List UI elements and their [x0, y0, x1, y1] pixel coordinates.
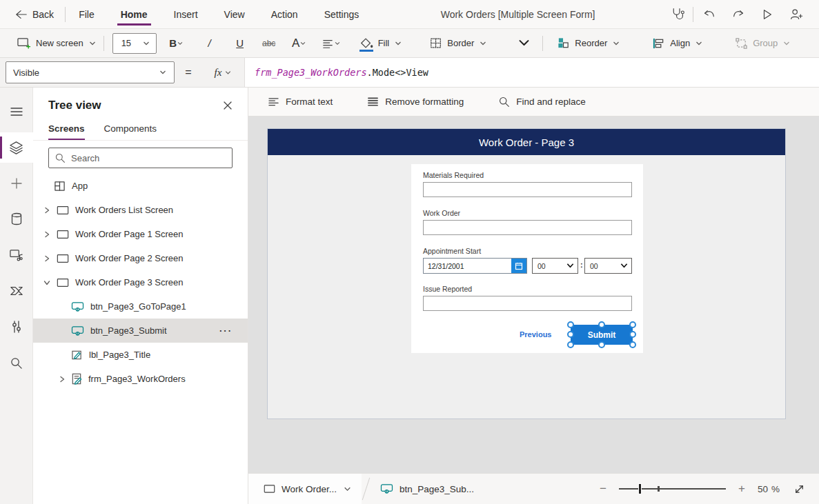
- submit-button-selection[interactable]: Submit: [571, 325, 633, 345]
- zoom-in-button[interactable]: +: [736, 482, 748, 496]
- resize-handle-s[interactable]: [598, 341, 605, 348]
- form-control-icon: [71, 373, 82, 385]
- stethoscope-icon: [670, 7, 684, 21]
- resize-handle-sw[interactable]: [567, 341, 574, 348]
- rail-advanced-tools-button[interactable]: [0, 312, 33, 342]
- tab-screens[interactable]: Screens: [48, 119, 85, 140]
- tree-item-btn-gotopage1[interactable]: btn_Page3_GoToPage1: [33, 294, 248, 319]
- work-order-input[interactable]: [423, 220, 632, 235]
- rail-search-button[interactable]: [0, 347, 33, 378]
- rail-menu-button[interactable]: [0, 97, 33, 127]
- preview-play-button[interactable]: [754, 3, 780, 26]
- menu-item-file[interactable]: File: [66, 0, 108, 28]
- format-text-button[interactable]: Format text: [259, 91, 341, 113]
- new-screen-button[interactable]: New screen: [10, 32, 103, 55]
- find-and-replace-button[interactable]: Find and replace: [490, 91, 594, 113]
- resize-handle-se[interactable]: [629, 341, 636, 348]
- zoom-out-button[interactable]: −: [597, 482, 609, 496]
- menu-item-settings[interactable]: Settings: [311, 0, 373, 28]
- minute-dropdown[interactable]: 00: [584, 258, 632, 274]
- menu-item-action[interactable]: Action: [258, 0, 311, 28]
- zoom-slider-thumb[interactable]: [638, 483, 642, 494]
- work-order-label: Work Order: [423, 209, 460, 217]
- undo-icon: [702, 8, 716, 21]
- chevron-down-icon: [782, 39, 791, 48]
- formula-input[interactable]: frm_Page3_WorkOrders.Mode<>View: [245, 58, 819, 87]
- tree-item-app[interactable]: App: [33, 174, 248, 198]
- rail-media-button[interactable]: [0, 240, 33, 270]
- tree-item-screen-list[interactable]: Work Orders List Screen: [33, 198, 248, 222]
- control-breadcrumb[interactable]: btn_Page3_Sub...: [371, 474, 484, 504]
- chevron-right-icon[interactable]: [41, 205, 52, 216]
- resize-handle-w[interactable]: [567, 331, 574, 338]
- previous-link[interactable]: Previous: [520, 330, 551, 339]
- menu-item-view[interactable]: View: [211, 0, 258, 28]
- tree-search-input[interactable]: [71, 153, 226, 163]
- share-user-button[interactable]: [783, 3, 809, 26]
- tree-item-screen-page2[interactable]: Work Order Page 2 Screen: [33, 246, 248, 270]
- remove-formatting-button[interactable]: Remove formatting: [359, 91, 472, 113]
- screen-title-bar[interactable]: Work Order - Page 3: [268, 129, 785, 155]
- row-options-button[interactable]: ···: [219, 325, 233, 336]
- align-button[interactable]: Align: [645, 32, 710, 55]
- tree-item-btn-submit[interactable]: btn_Page3_Submit ···: [33, 319, 248, 343]
- date-picker-field[interactable]: 12/31/2001: [423, 258, 527, 274]
- reorder-button[interactable]: Reorder: [550, 32, 627, 55]
- resize-handle-e[interactable]: [629, 331, 636, 338]
- tree-item-screen-page3[interactable]: Work Order Page 3 Screen: [33, 270, 248, 294]
- tree-item-frm-workorders[interactable]: frm_Page3_WorkOrders: [33, 367, 248, 391]
- canvas-area[interactable]: Work Order - Page 3 Materials Required W…: [248, 117, 819, 473]
- tree-item-lbl-title[interactable]: lbl_Page3_Title: [33, 343, 248, 367]
- group-button[interactable]: Group: [728, 32, 798, 55]
- button-control-icon: [71, 325, 84, 336]
- underline-button[interactable]: U: [228, 32, 252, 54]
- fit-to-window-icon[interactable]: [793, 483, 805, 495]
- property-dropdown[interactable]: Visible: [6, 61, 175, 83]
- back-label: Back: [32, 9, 54, 20]
- menu-item-home[interactable]: Home: [108, 0, 161, 28]
- chevron-right-icon[interactable]: [41, 253, 52, 264]
- fill-button[interactable]: Fill: [353, 32, 410, 55]
- undo-button[interactable]: [696, 3, 722, 26]
- fx-dropdown[interactable]: fx: [202, 58, 245, 87]
- font-size-dropdown[interactable]: 15: [112, 33, 157, 54]
- reorder-squares-icon: [557, 37, 570, 50]
- italic-button[interactable]: /: [198, 32, 221, 54]
- back-button[interactable]: Back: [0, 9, 65, 20]
- redo-button[interactable]: [725, 3, 751, 26]
- issue-reported-input[interactable]: [423, 296, 632, 311]
- text-align-button[interactable]: [319, 32, 343, 54]
- work-order-form[interactable]: Materials Required Work Order Appointmen…: [411, 164, 643, 353]
- border-button[interactable]: Border: [423, 32, 494, 55]
- strikethrough-button[interactable]: abc: [257, 32, 281, 54]
- tab-components[interactable]: Components: [104, 119, 157, 140]
- app-checker-button[interactable]: [664, 3, 690, 26]
- expand-ribbon-button[interactable]: [512, 32, 535, 54]
- chevron-down-icon: [612, 39, 620, 48]
- resize-handle-n[interactable]: [598, 321, 605, 328]
- menu-item-insert[interactable]: Insert: [161, 0, 211, 28]
- rail-insert-button[interactable]: [0, 168, 33, 199]
- calendar-button[interactable]: [511, 259, 526, 273]
- resize-handle-nw[interactable]: [567, 321, 574, 328]
- close-tree-view-button[interactable]: [220, 99, 235, 112]
- hour-dropdown[interactable]: 00: [532, 258, 578, 274]
- zoom-slider[interactable]: [619, 488, 726, 490]
- redo-icon: [731, 8, 745, 21]
- button-control-icon: [380, 483, 393, 494]
- tree-view-title: Tree view: [48, 99, 101, 112]
- chevron-right-icon[interactable]: [57, 374, 68, 385]
- app-screen[interactable]: Work Order - Page 3 Materials Required W…: [267, 128, 786, 419]
- tree-item-screen-page1[interactable]: Work Order Page 1 Screen: [33, 222, 248, 246]
- screen-breadcrumb[interactable]: Work Order...: [248, 474, 362, 504]
- rail-power-automate-button[interactable]: [0, 276, 33, 306]
- rail-tree-view-button[interactable]: [0, 132, 33, 163]
- resize-handle-ne[interactable]: [629, 321, 636, 328]
- font-color-button[interactable]: A: [288, 32, 311, 54]
- rail-data-button[interactable]: [0, 204, 33, 234]
- chevron-down-icon[interactable]: [41, 277, 52, 288]
- left-rail: [0, 88, 33, 504]
- materials-required-input[interactable]: [423, 182, 632, 197]
- chevron-right-icon[interactable]: [41, 229, 52, 240]
- bold-button[interactable]: B: [165, 32, 188, 54]
